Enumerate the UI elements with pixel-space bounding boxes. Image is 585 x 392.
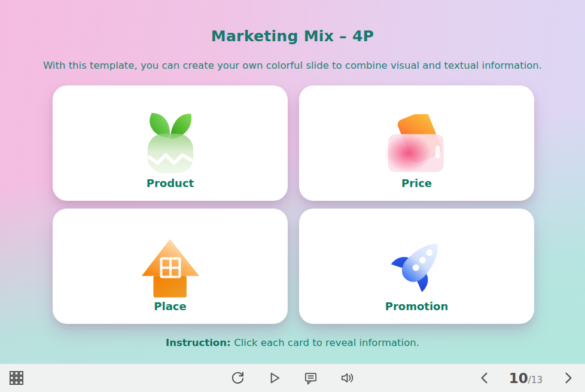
previous-slide-button[interactable]	[475, 368, 495, 388]
chevron-right-icon	[559, 369, 577, 387]
slide-canvas: Marketing Mix – 4P With this template, y…	[0, 0, 585, 363]
chevron-left-icon	[476, 369, 493, 387]
play-button[interactable]	[265, 369, 284, 387]
house-icon	[139, 217, 202, 299]
toolbar-pager: 10 / 13	[475, 368, 578, 388]
total-slide-count: 13	[531, 375, 543, 385]
card-place[interactable]: Place	[53, 209, 288, 324]
instruction-label: Instruction:	[166, 337, 230, 348]
card-label-product: Product	[147, 177, 194, 189]
card-promotion[interactable]: Promotion	[299, 209, 534, 324]
refresh-icon	[230, 370, 246, 386]
card-price[interactable]: Price	[299, 85, 534, 201]
apple-with-leaves-icon	[139, 94, 202, 176]
play-icon	[266, 370, 282, 386]
card-label-promotion: Promotion	[385, 300, 449, 313]
card-label-place: Place	[154, 300, 186, 313]
notes-button[interactable]	[301, 369, 320, 387]
instruction-text: Instruction:Click each card to reveal in…	[0, 337, 585, 348]
instruction-body: Click each card to reveal information.	[234, 337, 419, 348]
grid-menu-icon	[9, 370, 24, 385]
refresh-button[interactable]	[228, 369, 247, 387]
toolbar-center-controls	[228, 369, 357, 387]
card-product[interactable]: Product	[53, 85, 288, 201]
wallet-with-card-icon	[383, 94, 451, 176]
volume-icon	[339, 370, 355, 386]
slide-page-indicator: 10 / 13	[509, 370, 543, 386]
course-player: Marketing Mix – 4P With this template, y…	[0, 0, 585, 392]
card-label-price: Price	[401, 177, 432, 189]
slide-subtitle: With this template, you can create your …	[0, 60, 585, 71]
slides-menu-button[interactable]	[8, 369, 25, 387]
volume-button[interactable]	[338, 369, 357, 387]
next-slide-button[interactable]	[558, 368, 578, 388]
rocket-icon	[384, 217, 450, 299]
page-title: Marketing Mix – 4P	[0, 27, 585, 45]
card-grid: Product	[53, 85, 534, 324]
player-toolbar: 10 / 13	[0, 363, 585, 392]
current-slide-number: 10	[509, 370, 528, 386]
notes-icon	[303, 370, 319, 386]
